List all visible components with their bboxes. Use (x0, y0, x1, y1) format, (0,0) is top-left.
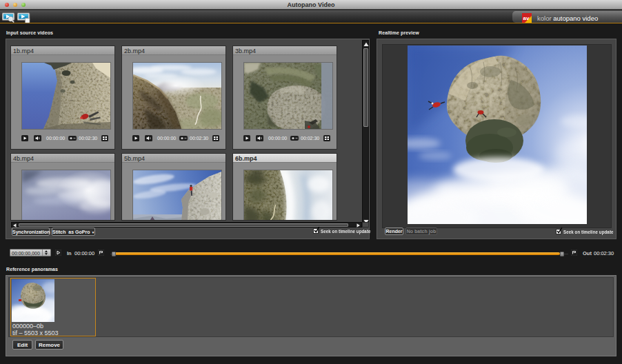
svg-text:av: av (523, 15, 530, 21)
